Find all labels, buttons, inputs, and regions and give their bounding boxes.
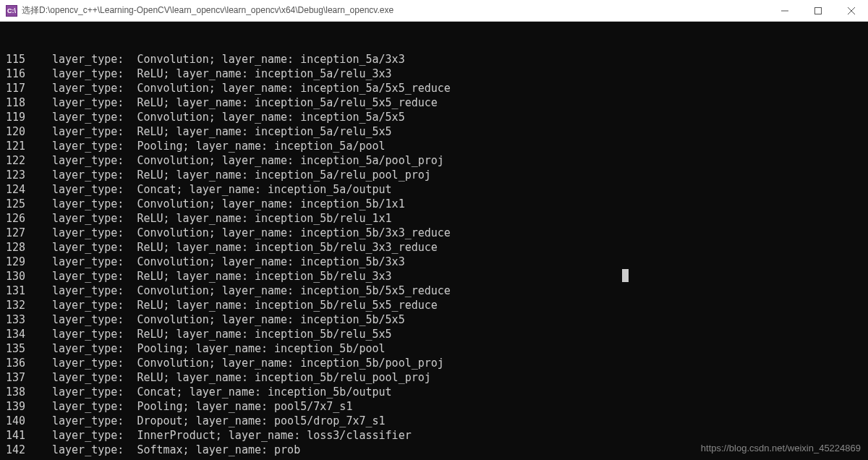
console-line: 118layer_type: ReLU; layer_name: incepti… (6, 95, 862, 110)
line-text: layer_type: Dropout; layer_name: pool5/d… (52, 414, 386, 427)
line-number: 115 (6, 52, 52, 67)
window-controls (768, 0, 868, 21)
line-number: 117 (6, 81, 52, 95)
svg-rect-1 (815, 7, 822, 14)
window-title: 选择D:\opencv_c++\Learning-OpenCV\learn_op… (22, 4, 768, 17)
console-line: 128layer_type: ReLU; layer_name: incepti… (6, 240, 862, 255)
line-text: layer_type: Convolution; layer_name: inc… (52, 82, 451, 95)
console-line: 131layer_type: Convolution; layer_name: … (6, 284, 862, 298)
line-text: layer_type: Convolution; layer_name: inc… (52, 226, 451, 239)
line-number: 121 (6, 139, 52, 153)
console-line: 132layer_type: ReLU; layer_name: incepti… (6, 298, 862, 312)
line-number: 134 (6, 327, 52, 341)
line-number: 136 (6, 356, 52, 370)
line-number: 131 (6, 284, 52, 298)
close-icon (848, 7, 855, 14)
line-text: layer_type: Concat; layer_name: inceptio… (52, 183, 392, 196)
line-number: 135 (6, 341, 52, 356)
console-line: 127layer_type: Convolution; layer_name: … (6, 226, 862, 240)
line-number: 141 (6, 428, 52, 443)
console-line: 133layer_type: Convolution; layer_name: … (6, 312, 862, 327)
watermark-text: https://blog.csdn.net/weixin_45224869 (701, 441, 861, 456)
console-line: 122layer_type: Convolution; layer_name: … (6, 153, 862, 168)
line-number: 119 (6, 110, 52, 124)
console-line: 130layer_type: ReLU; layer_name: incepti… (6, 269, 862, 284)
console-line: 126layer_type: ReLU; layer_name: incepti… (6, 211, 862, 226)
line-number: 128 (6, 240, 52, 255)
console-line: 115layer_type: Convolution; layer_name: … (6, 52, 862, 67)
line-number: 118 (6, 95, 52, 110)
console-line: 129layer_type: Convolution; layer_name: … (6, 255, 862, 269)
line-text: layer_type: Convolution; layer_name: inc… (52, 255, 405, 268)
line-text: layer_type: ReLU; layer_name: inception_… (52, 328, 392, 341)
line-text: layer_type: ReLU; layer_name: inception_… (52, 67, 392, 80)
line-number: 126 (6, 211, 52, 226)
line-text: layer_type: ReLU; layer_name: inception_… (52, 125, 392, 138)
line-number: 138 (6, 385, 52, 399)
text-cursor (622, 269, 629, 282)
console-line: 138layer_type: Concat; layer_name: incep… (6, 385, 862, 399)
console-line: 119layer_type: Convolution; layer_name: … (6, 110, 862, 124)
line-number: 132 (6, 298, 52, 312)
console-line: 123layer_type: ReLU; layer_name: incepti… (6, 168, 862, 182)
line-text: layer_type: Pooling; layer_name: incepti… (52, 342, 386, 355)
line-number: 127 (6, 226, 52, 240)
line-number: 116 (6, 67, 52, 81)
console-line: 135layer_type: Pooling; layer_name: ince… (6, 341, 862, 356)
line-number: 125 (6, 197, 52, 211)
console-line: 125layer_type: Convolution; layer_name: … (6, 197, 862, 211)
console-lines-container: 115layer_type: Convolution; layer_name: … (6, 52, 862, 457)
console-line: 116layer_type: ReLU; layer_name: incepti… (6, 67, 862, 81)
line-text: layer_type: Convolution; layer_name: inc… (52, 197, 405, 210)
console-line: 141layer_type: InnerProduct; layer_name:… (6, 428, 862, 443)
line-text: layer_type: ReLU; layer_name: inception_… (52, 212, 392, 225)
line-text: layer_type: ReLU; layer_name: inception_… (52, 96, 438, 109)
line-number: 133 (6, 312, 52, 327)
line-number: 123 (6, 168, 52, 182)
line-text: layer_type: ReLU; layer_name: inception_… (52, 241, 438, 254)
maximize-icon (814, 7, 822, 14)
line-text: layer_type: ReLU; layer_name: inception_… (52, 169, 431, 182)
line-text: layer_type: Convolution; layer_name: inc… (52, 53, 405, 66)
line-number: 139 (6, 399, 52, 414)
line-text: layer_type: Convolution; layer_name: inc… (52, 313, 405, 326)
console-line: 136layer_type: Convolution; layer_name: … (6, 356, 862, 370)
line-text: layer_type: InnerProduct; layer_name: lo… (52, 429, 412, 442)
line-text: layer_type: Convolution; layer_name: inc… (52, 111, 405, 124)
console-line: 121layer_type: Pooling; layer_name: ince… (6, 139, 862, 153)
line-number: 140 (6, 414, 52, 428)
line-text: layer_type: Softmax; layer_name: prob (52, 443, 300, 456)
minimize-icon (781, 7, 788, 14)
line-number: 137 (6, 370, 52, 385)
console-line: 134layer_type: ReLU; layer_name: incepti… (6, 327, 862, 341)
maximize-button[interactable] (801, 0, 835, 21)
close-button[interactable] (835, 0, 868, 21)
line-number: 130 (6, 269, 52, 284)
line-text: layer_type: Concat; layer_name: inceptio… (52, 386, 392, 399)
minimize-button[interactable] (768, 0, 801, 21)
line-number: 142 (6, 443, 52, 457)
line-text: layer_type: ReLU; layer_name: inception_… (52, 270, 392, 283)
line-text: layer_type: Convolution; layer_name: inc… (52, 154, 444, 167)
console-output[interactable]: 115layer_type: Convolution; layer_name: … (0, 22, 868, 460)
line-number: 129 (6, 255, 52, 269)
console-line: 139layer_type: Pooling; layer_name: pool… (6, 399, 862, 414)
app-icon: C:\ (6, 5, 17, 17)
titlebar[interactable]: C:\ 选择D:\opencv_c++\Learning-OpenCV\lear… (0, 0, 868, 22)
console-line: 124layer_type: Concat; layer_name: incep… (6, 182, 862, 197)
line-text: layer_type: Pooling; layer_name: incepti… (52, 140, 386, 153)
console-line: 137layer_type: ReLU; layer_name: incepti… (6, 370, 862, 385)
line-text: layer_type: Convolution; layer_name: inc… (52, 284, 451, 297)
line-number: 124 (6, 182, 52, 197)
line-text: layer_type: Pooling; layer_name: pool5/7… (52, 400, 352, 413)
line-text: layer_type: ReLU; layer_name: inception_… (52, 371, 431, 384)
line-number: 122 (6, 153, 52, 168)
line-text: layer_type: Convolution; layer_name: inc… (52, 357, 444, 370)
console-line: 140layer_type: Dropout; layer_name: pool… (6, 414, 862, 428)
line-number: 120 (6, 124, 52, 139)
console-line: 120layer_type: ReLU; layer_name: incepti… (6, 124, 862, 139)
line-text: layer_type: ReLU; layer_name: inception_… (52, 299, 438, 312)
console-line: 117layer_type: Convolution; layer_name: … (6, 81, 862, 95)
